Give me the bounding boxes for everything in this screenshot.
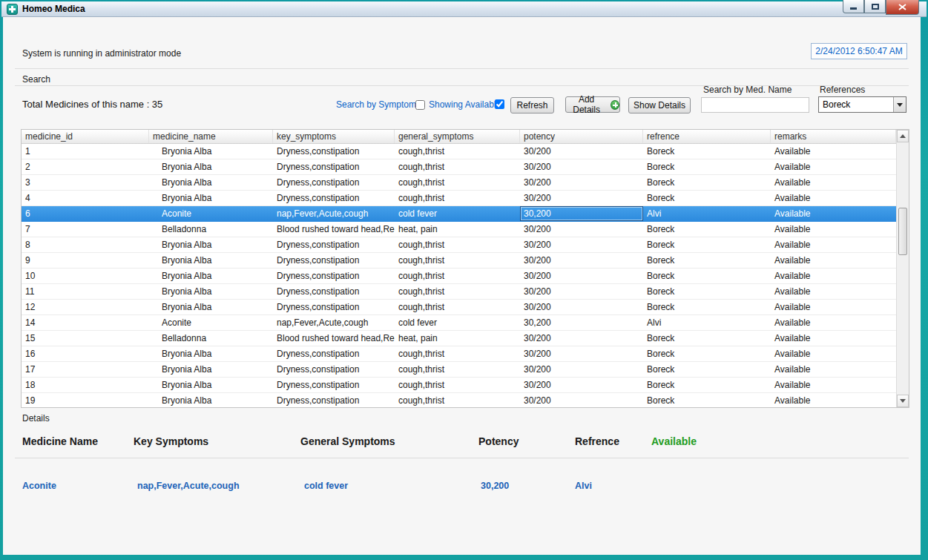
table-cell: cough,thrist <box>395 144 520 159</box>
table-cell: 30/200 <box>520 393 643 407</box>
show-details-button[interactable]: Show Details <box>628 97 691 113</box>
vertical-scrollbar[interactable] <box>896 130 909 407</box>
column-header-general_symptoms[interactable]: general_symptoms <box>395 130 520 143</box>
details-value: nap,Fever,Acute,cough <box>137 481 240 491</box>
showing-available-checkbox[interactable] <box>415 100 425 110</box>
titlebar[interactable]: Homeo Medica <box>1 1 927 17</box>
table-cell: 30/200 <box>520 144 643 159</box>
total-medicines-label: Total Medicines of this name : 35 <box>22 99 162 110</box>
table-cell: 17 <box>22 362 149 377</box>
table-row[interactable]: 16Bryonia AlbaDryness,constipationcough,… <box>22 346 896 362</box>
table-row[interactable]: 2Bryonia AlbaDryness,constipationcough,t… <box>22 159 896 175</box>
column-header-medicine_id[interactable]: medicine_id <box>22 130 149 143</box>
details-section-label: Details <box>22 413 50 424</box>
table-row[interactable]: 11Bryonia AlbaDryness,constipationcough,… <box>22 284 896 300</box>
table-cell: cough,thrist <box>395 284 520 299</box>
table-cell: Bryonia Alba <box>149 159 273 174</box>
table-row[interactable]: 14Aconitenap,Fever,Acute,coughcold fever… <box>22 315 896 331</box>
scroll-down-button[interactable] <box>897 395 909 407</box>
datetime-display: 2/24/2012 6:50:47 AM <box>811 43 907 59</box>
table-cell: Boreck <box>643 191 771 205</box>
column-header-refrence[interactable]: refrence <box>643 130 771 143</box>
table-cell: cough,thrist <box>395 253 520 268</box>
table-cell: Available <box>771 253 896 268</box>
table-cell: 16 <box>22 346 149 361</box>
search-by-symptoms-link[interactable]: Search by Symptoms <box>336 99 421 110</box>
grid-body: 1Bryonia AlbaDryness,constipationcough,t… <box>22 144 896 407</box>
table-cell: nap,Fever,Acute,cough <box>273 206 395 221</box>
table-cell: cough,thrist <box>395 269 520 283</box>
table-cell: Bryonia Alba <box>149 284 273 299</box>
table-cell: Available <box>771 378 896 392</box>
maximize-button[interactable] <box>864 0 886 13</box>
available-filter-checkbox[interactable] <box>495 99 504 109</box>
table-row[interactable]: 19Bryonia AlbaDryness,constipationcough,… <box>22 393 896 407</box>
chevron-down-icon <box>897 103 903 107</box>
table-cell: Available <box>771 362 896 377</box>
table-cell: Bryonia Alba <box>149 378 273 392</box>
grid-header-row: medicine_idmedicine_namekey_symptomsgene… <box>22 130 896 144</box>
references-select[interactable]: Boreck <box>818 96 906 113</box>
admin-mode-status: System is running in administrator mode <box>22 48 181 59</box>
table-cell: Available <box>771 175 896 190</box>
table-cell: Bryonia Alba <box>149 237 273 252</box>
details-value: cold fever <box>304 481 348 491</box>
divider <box>15 68 909 69</box>
table-cell: Bryonia Alba <box>149 253 273 268</box>
table-cell: Boreck <box>643 237 771 252</box>
table-cell: 2 <box>22 159 149 174</box>
column-header-medicine_name[interactable]: medicine_name <box>149 130 273 143</box>
table-cell: Available <box>771 393 896 407</box>
table-cell: 9 <box>22 253 149 268</box>
details-header-potency: Potency <box>478 435 519 447</box>
table-row[interactable]: 6Aconitenap,Fever,Acute,coughcold fever3… <box>22 206 896 222</box>
table-row[interactable]: 15BelladonnaBlood rushed toward head,Red… <box>22 331 896 346</box>
table-row[interactable]: 12Bryonia AlbaDryness,constipationcough,… <box>22 300 896 315</box>
table-cell: 11 <box>22 284 149 299</box>
column-header-remarks[interactable]: remarks <box>771 130 896 143</box>
table-cell: 30/200 <box>520 269 643 283</box>
table-row[interactable]: 1Bryonia AlbaDryness,constipationcough,t… <box>22 144 896 159</box>
table-row[interactable]: 17Bryonia AlbaDryness,constipationcough,… <box>22 362 896 378</box>
table-cell: 14 <box>22 315 149 330</box>
table-cell: 18 <box>22 378 149 392</box>
table-cell: nap,Fever,Acute,cough <box>273 315 395 330</box>
scroll-up-button[interactable] <box>897 130 909 142</box>
table-cell: Available <box>771 159 896 174</box>
details-header-medicine-name: Medicine Name <box>22 435 98 447</box>
table-cell: cough,thrist <box>395 191 520 205</box>
column-header-key_symptoms[interactable]: key_symptoms <box>273 130 395 143</box>
showing-available-label[interactable]: Showing Available <box>429 99 501 110</box>
table-cell: Dryness,constipation <box>273 269 395 283</box>
table-cell: Available <box>771 315 896 330</box>
table-cell: Dryness,constipation <box>273 362 395 377</box>
table-cell: cough,thrist <box>395 237 520 252</box>
table-row[interactable]: 8Bryonia AlbaDryness,constipationcough,t… <box>22 237 896 253</box>
table-cell: Bryonia Alba <box>149 393 273 407</box>
table-cell: 30/200 <box>520 284 643 299</box>
table-row[interactable]: 18Bryonia AlbaDryness,constipationcough,… <box>22 378 896 393</box>
table-cell: Bryonia Alba <box>149 144 273 159</box>
references-dropdown-button[interactable] <box>893 97 906 112</box>
med-name-input[interactable] <box>701 97 809 113</box>
table-row[interactable]: 10Bryonia AlbaDryness,constipationcough,… <box>22 269 896 284</box>
table-cell: Available <box>771 222 896 237</box>
minimize-button[interactable] <box>843 0 864 13</box>
table-row[interactable]: 9Bryonia AlbaDryness,constipationcough,t… <box>22 253 896 269</box>
scrollbar-thumb[interactable] <box>898 208 907 255</box>
table-cell: 12 <box>22 300 149 314</box>
refresh-button[interactable]: Refresh <box>510 97 554 113</box>
table-row[interactable]: 3Bryonia AlbaDryness,constipationcough,t… <box>22 175 896 191</box>
table-cell: 7 <box>22 222 149 237</box>
table-cell: Available <box>771 284 896 299</box>
close-button[interactable] <box>886 0 919 15</box>
column-header-potency[interactable]: potency <box>520 130 643 143</box>
table-cell: Aconite <box>149 206 273 221</box>
add-details-button[interactable]: Add Details <box>565 96 620 113</box>
table-cell: cough,thrist <box>395 378 520 392</box>
table-row[interactable]: 4Bryonia AlbaDryness,constipationcough,t… <box>22 191 896 206</box>
table-row[interactable]: 7BelladonnaBlood rushed toward head,Red.… <box>22 222 896 237</box>
references-selected-value: Boreck <box>819 99 893 110</box>
table-cell: 30/200 <box>520 222 643 237</box>
references-label: References <box>820 85 865 95</box>
